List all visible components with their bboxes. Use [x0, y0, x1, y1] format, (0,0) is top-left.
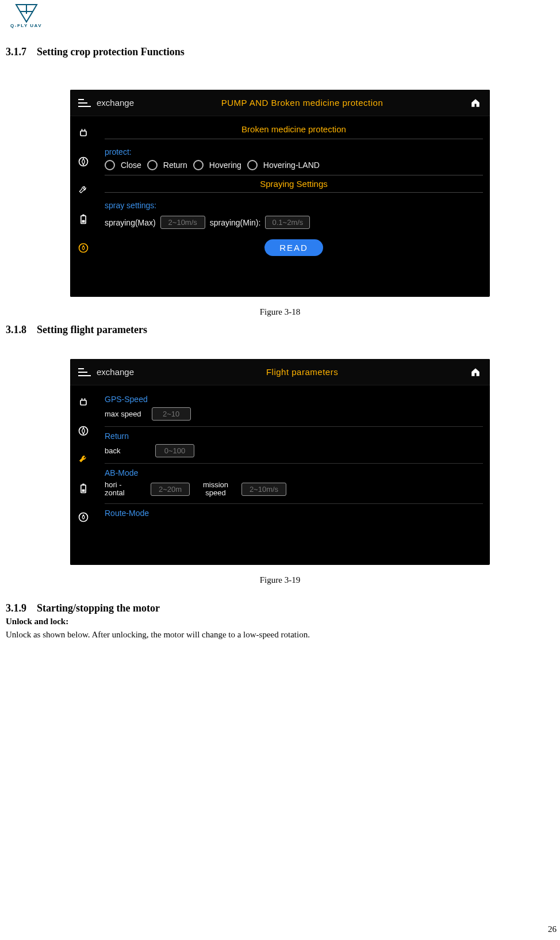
return-label: Return	[105, 431, 483, 441]
spray-settings-label: spray settings:	[105, 201, 483, 210]
svg-rect-14	[82, 490, 85, 492]
heading-317-title: Setting crop protection Functions	[37, 46, 185, 58]
spraying-settings-title: Spraying Settings	[105, 175, 483, 193]
protect-label: protect:	[105, 147, 483, 156]
svg-point-7	[79, 244, 88, 253]
svg-rect-8	[80, 400, 86, 405]
exchange-label[interactable]: exchange	[97, 367, 134, 377]
max-speed-input[interactable]	[152, 407, 191, 421]
svg-rect-5	[82, 215, 84, 216]
compass-icon[interactable]	[77, 425, 90, 437]
heading-318-title: Setting flight parameters	[37, 324, 147, 335]
max-speed-label: max speed	[105, 410, 141, 418]
radio-close-label: Close	[121, 161, 141, 170]
protect-radio-row: Close Return Hovering Hovering-LAND	[105, 160, 483, 170]
heading-319-number: 3.1.9	[6, 602, 26, 614]
spraying-min-input[interactable]	[265, 216, 310, 229]
panel1-sidebar	[70, 116, 97, 297]
panel2-header: exchange Flight parameters	[70, 359, 490, 385]
ab-mode-label: AB-Mode	[105, 468, 483, 477]
logo-icon	[14, 3, 39, 23]
screenshot-panel-1: exchange PUMP AND Broken medicine protec…	[70, 90, 490, 297]
gps-speed-label: GPS-Speed	[105, 395, 483, 404]
heading-319-title: Starting/stopping the motor	[37, 602, 160, 614]
radio-close[interactable]	[105, 160, 115, 170]
panel1-title: PUMP AND Broken medicine protection	[134, 98, 470, 108]
svg-rect-13	[82, 484, 84, 486]
wrench-icon[interactable]	[77, 453, 90, 466]
wrench-icon[interactable]	[77, 184, 90, 197]
mission-speed-label-2: speed	[205, 488, 225, 497]
radio-return[interactable]	[147, 160, 158, 170]
heading-317: 3.1.7Setting crop protection Functions	[6, 46, 560, 58]
heading-317-number: 3.1.7	[6, 46, 26, 58]
unlock-lock-heading: Unlock and lock:	[6, 617, 560, 626]
svg-point-15	[79, 513, 88, 522]
home-icon[interactable]	[470, 367, 481, 377]
heading-319: 3.1.9Starting/stopping the motor	[6, 602, 560, 614]
horizontal-label-2: zontal	[105, 488, 125, 497]
panel1-main: Broken medicine protection protect: Clos…	[97, 116, 490, 297]
svg-rect-0	[80, 131, 86, 136]
spraying-max-label: spraying(Max)	[105, 218, 156, 227]
exchange-label[interactable]: exchange	[97, 98, 134, 108]
compass-icon[interactable]	[77, 155, 90, 168]
hamburger-icon[interactable]	[78, 99, 91, 107]
spraying-row: spraying(Max) spraying(Min):	[105, 216, 483, 229]
heading-318: 3.1.8Setting flight parameters	[6, 324, 560, 336]
svg-rect-6	[82, 220, 85, 223]
screenshot-panel-2: exchange Flight parameters G	[70, 359, 490, 565]
mission-speed-label: mission speed	[195, 481, 236, 498]
heading-318-number: 3.1.8	[6, 324, 26, 336]
plug-icon[interactable]	[77, 396, 90, 408]
read-button[interactable]: READ	[264, 239, 323, 256]
spraying-max-input[interactable]	[160, 216, 205, 229]
droplet-icon[interactable]	[77, 242, 90, 254]
horizontal-label: hori - zontal	[105, 481, 145, 498]
logo: Q-FLY UAV	[10, 3, 42, 28]
battery-icon[interactable]	[77, 213, 90, 226]
route-mode-label: Route-Mode	[105, 509, 483, 518]
radio-hovering-label: Hovering	[209, 161, 241, 170]
hamburger-icon[interactable]	[78, 368, 91, 376]
back-label: back	[105, 446, 145, 455]
radio-hovering-land-label: Hovering-LAND	[263, 161, 320, 170]
back-input[interactable]	[155, 444, 194, 457]
unlock-body-text: Unlock as shown below. After unlocking, …	[6, 630, 560, 640]
radio-return-label: Return	[163, 161, 187, 170]
panel2-sidebar	[70, 385, 97, 565]
horizontal-label-1: hori -	[105, 480, 122, 489]
panel1-subheader: Broken medicine protection	[105, 121, 483, 139]
horizontal-input[interactable]	[151, 483, 190, 496]
spraying-min-label: spraying(Min):	[210, 218, 261, 227]
mission-speed-input[interactable]	[241, 483, 286, 496]
figure-319-caption: Figure 3-19	[0, 575, 560, 585]
radio-hovering[interactable]	[193, 160, 204, 170]
panel2-main: GPS-Speed max speed Return back AB-Mode …	[97, 385, 490, 565]
plug-icon[interactable]	[77, 127, 90, 139]
mission-speed-label-1: mission	[203, 480, 228, 489]
panel1-header: exchange PUMP AND Broken medicine protec…	[70, 90, 490, 116]
home-icon[interactable]	[470, 98, 481, 108]
droplet-icon[interactable]	[77, 511, 90, 524]
radio-hovering-land[interactable]	[247, 160, 258, 170]
panel2-title: Flight parameters	[134, 367, 470, 377]
battery-icon[interactable]	[77, 482, 90, 495]
page-number: 26	[548, 924, 557, 934]
logo-text: Q-FLY UAV	[10, 23, 42, 28]
figure-318-caption: Figure 3-18	[0, 307, 560, 317]
